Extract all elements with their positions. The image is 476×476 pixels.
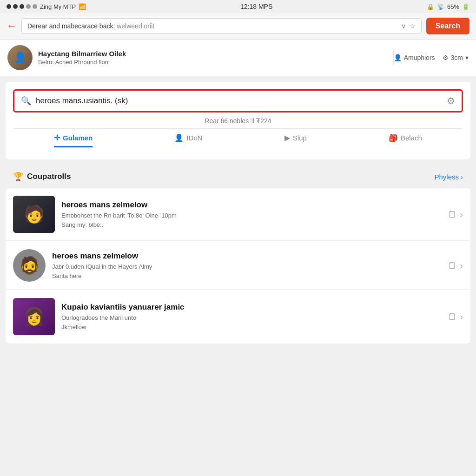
results-list: 🧑 heroes mans zelmelow Embbohset the Rn … xyxy=(6,188,470,344)
main-content: 🔍 ⚙ Rear 66 nebles ⃝l ₮224 ✛ Gulamen 👤 I… xyxy=(0,76,476,354)
tab-slup-icon: ▶ xyxy=(284,133,290,142)
section-header: 🏆 Coupatrolls Phyless › xyxy=(6,165,470,188)
star-icon[interactable]: ☆ xyxy=(410,22,416,30)
status-right: 🔒 📡 65% 🔋 xyxy=(427,3,469,10)
profile-avatar: 👤 xyxy=(7,45,33,70)
chevron-right-icon-3[interactable]: › xyxy=(460,311,463,322)
tab-idon-icon: 👤 xyxy=(174,133,184,142)
sim-icon: 🔒 xyxy=(427,3,434,10)
url-bar[interactable]: Derear and mabecarace back: welweed.orii… xyxy=(21,18,422,34)
tabs-bar: ✛ Gulamen 👤 IDoN ▶ Slup 🎒 Belach xyxy=(13,128,463,152)
search-icon: 🔍 xyxy=(21,96,31,106)
tab-belach-icon: 🎒 xyxy=(389,133,398,142)
tab-gulamen[interactable]: ✛ Gulamen xyxy=(54,133,93,147)
section-title-icon: 🏆 xyxy=(13,172,23,182)
section-title-text: Coupatrolls xyxy=(27,172,71,181)
back-button[interactable]: ← xyxy=(7,20,17,32)
result-actions-1: 🗒 › xyxy=(448,209,463,220)
bookmark-icon-1[interactable]: 🗒 xyxy=(448,209,457,220)
search-input[interactable] xyxy=(36,96,442,106)
thumbnail-image-3: 👩 xyxy=(13,298,55,335)
thumbnail-image-2: 🧔 xyxy=(19,256,40,275)
result-sub-2: Santa here xyxy=(52,272,441,279)
section-link-label: Phyless xyxy=(434,173,459,181)
url-gray-text: welweed.oriit xyxy=(115,22,154,30)
result-thumbnail-2: 🧔 xyxy=(13,249,46,282)
table-row[interactable]: 🧔 heroes mans zelmelow Jabr 0.uden IQual… xyxy=(6,242,470,290)
result-sub-3: Jkmellow xyxy=(61,324,441,331)
result-title-1: heroes mans zelmelow xyxy=(61,200,441,210)
tab-idon-label: IDoN xyxy=(186,134,202,142)
result-thumbnail-3: 👩 xyxy=(13,298,55,335)
avatar-image: 👤 xyxy=(7,45,33,70)
profile-action-2[interactable]: ⚙ 3cm ▾ xyxy=(443,54,469,61)
tab-gulamen-icon: ✛ xyxy=(54,133,60,142)
status-dots xyxy=(7,4,37,9)
result-info-3: Kupaio kaviantiis yanuarer jamic Ourlogr… xyxy=(61,303,441,330)
browser-bar: ← Derear and mabecarace back: welweed.or… xyxy=(0,13,476,40)
result-info-1: heroes mans zelmelow Embbohset the Rn ba… xyxy=(61,200,441,228)
result-title-2: heroes mans zelmelow xyxy=(52,251,441,261)
thumbnail-image-1: 🧑 xyxy=(13,196,55,233)
table-row[interactable]: 🧑 heroes mans zelmelow Embbohset the Rn … xyxy=(6,188,470,241)
result-title-3: Kupaio kaviantiis yanuarer jamic xyxy=(61,303,441,312)
profile-info: Hayctang Bilmarriew Oilek Belru: Ached P… xyxy=(38,50,393,66)
profile-action-1[interactable]: 👤 Amuphiors xyxy=(394,54,435,61)
bookmark-icon-2[interactable]: 🗒 xyxy=(448,260,457,271)
action2-label: 3cm xyxy=(451,54,463,61)
gear-icon: ⚙ xyxy=(443,54,449,61)
search-section: 🔍 ⚙ Rear 66 nebles ⃝l ₮224 ✛ Gulamen 👤 I… xyxy=(6,82,470,159)
status-left: Zing My MTP 📶 xyxy=(7,3,86,10)
result-actions-2: 🗒 › xyxy=(448,260,463,271)
settings-icon[interactable]: ⚙ xyxy=(447,95,455,106)
table-row[interactable]: 👩 Kupaio kaviantiis yanuarer jamic Ourlo… xyxy=(6,291,470,343)
tab-slup-label: Slup xyxy=(293,134,307,142)
tab-belach-label: Belach xyxy=(401,134,422,142)
result-info-2: heroes mans zelmelow Jabr 0.uden IQual i… xyxy=(52,251,441,279)
status-time: 12:18 MPS xyxy=(240,3,272,10)
result-desc-3: Ourlogradoes the Marii unto xyxy=(61,314,441,322)
profile-actions: 👤 Amuphiors ⚙ 3cm ▾ xyxy=(394,54,469,61)
dropdown-arrow-icon: ▾ xyxy=(465,54,469,61)
result-desc-2: Jabr 0.uden IQual in the Hayers Almy xyxy=(52,263,441,271)
search-button[interactable]: Search xyxy=(426,18,469,34)
result-sub-1: Sang my; blbe:. xyxy=(61,221,441,228)
chevron-right-icon-1[interactable]: › xyxy=(460,209,463,220)
url-text: Derear and mabecarace back: welweed.orii… xyxy=(27,22,397,30)
result-count: Rear 66 nebles ⃝l ₮224 xyxy=(13,117,463,125)
person-icon: 👤 xyxy=(394,54,402,61)
result-actions-3: 🗒 › xyxy=(448,311,463,322)
tab-belach[interactable]: 🎒 Belach xyxy=(389,133,422,147)
chevron-right-icon-2[interactable]: › xyxy=(460,260,463,271)
tab-gulamen-label: Gulamen xyxy=(63,134,93,142)
url-icons: ∨ ☆ xyxy=(401,22,416,30)
tab-slup[interactable]: ▶ Slup xyxy=(284,133,307,147)
carrier-label: Zing My MTP xyxy=(40,3,76,10)
tab-idon[interactable]: 👤 IDoN xyxy=(174,133,202,147)
result-desc-1: Embbohset the Rn barit 'To.8o' Oine· 10p… xyxy=(61,212,441,220)
inner-search-box[interactable]: 🔍 ⚙ xyxy=(13,89,463,112)
profile-subtitle: Belru: Ached Phround florr xyxy=(38,59,393,66)
dropdown-icon[interactable]: ∨ xyxy=(401,22,406,30)
status-bar: Zing My MTP 📶 12:18 MPS 🔒 📡 65% 🔋 xyxy=(0,0,476,13)
wifi-icon: 📶 xyxy=(79,3,86,10)
battery-icon: 🔋 xyxy=(462,3,469,10)
url-main-text: Derear and mabecarace back: xyxy=(27,22,115,30)
profile-name: Hayctang Bilmarriew Oilek xyxy=(38,50,393,58)
action1-label: Amuphiors xyxy=(404,54,435,61)
profile-header: 👤 Hayctang Bilmarriew Oilek Belru: Ached… xyxy=(0,40,476,76)
result-thumbnail-1: 🧑 xyxy=(13,196,55,233)
section-title: 🏆 Coupatrolls xyxy=(13,172,71,182)
section-link[interactable]: Phyless › xyxy=(434,173,463,181)
bookmark-icon-3[interactable]: 🗒 xyxy=(448,311,457,322)
section-link-arrow: › xyxy=(461,173,463,181)
signal-icon: 📡 xyxy=(437,3,444,10)
battery-label: 65% xyxy=(447,3,459,10)
